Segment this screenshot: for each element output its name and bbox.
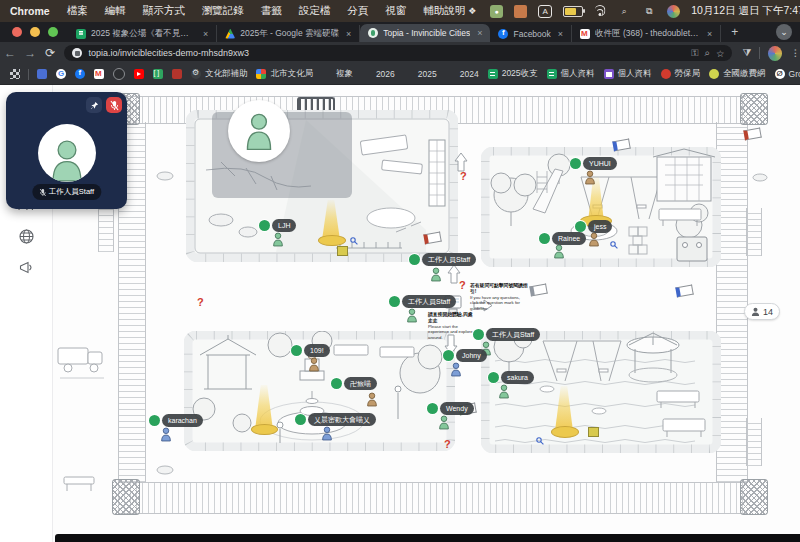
tab-overflow-button[interactable]: ⌄ [776, 24, 792, 40]
menu-clock[interactable]: 10月12日 週日 下午7:47 [691, 4, 800, 18]
tab-0[interactable]: 2025 複象公場《看不見的城市× [68, 25, 217, 42]
player-工作人員Staff[interactable]: 工作人員Staff [409, 253, 476, 266]
chrome-menu-icon[interactable]: ⋯ [790, 48, 800, 58]
extensions-icon[interactable]: ⧩ [742, 47, 751, 59]
tab-2[interactable]: Topia - Invincible Cities× [360, 24, 490, 42]
question-mark-sprite[interactable]: ? [460, 170, 467, 182]
dropbox-icon[interactable]: ❖ [465, 5, 479, 17]
address-bar[interactable]: topia.io/inviciblecities-demo-mhsdn9xw3 … [64, 45, 732, 61]
tab-close-icon[interactable]: × [344, 29, 353, 39]
player-Wendy[interactable]: Wendy [427, 402, 474, 415]
input-a-icon[interactable]: A [538, 5, 552, 18]
minimize-window-button[interactable] [30, 27, 40, 37]
player-卍旅喵[interactable]: 卍旅喵 [331, 377, 377, 390]
menu-7[interactable]: 分頁 [347, 4, 368, 18]
tab-close-icon[interactable]: × [705, 29, 714, 39]
bookmark-icon-3[interactable] [94, 69, 104, 79]
bookmark-icon-7[interactable] [172, 69, 182, 79]
wifi-icon[interactable] [594, 6, 606, 16]
tab-3[interactable]: Facebook× [490, 25, 572, 42]
menu-4[interactable]: 瀏覽記錄 [202, 4, 244, 18]
menu-8[interactable]: 視窗 [385, 4, 406, 18]
site-info-icon[interactable] [72, 48, 82, 58]
player-工作人員Staff[interactable]: 工作人員Staff [473, 328, 540, 341]
user-profile-icon[interactable] [667, 5, 680, 18]
bookmark-2026[interactable]: 2026 [362, 69, 395, 79]
park-bottom-right[interactable] [481, 331, 721, 453]
bookmark-icon-5[interactable] [134, 69, 144, 79]
bookmark-2025收支[interactable]: 2025收支 [488, 68, 538, 80]
menu-5[interactable]: 書籤 [261, 4, 282, 18]
question-mark-sprite[interactable]: ? [459, 279, 466, 291]
bookmark-star-icon[interactable]: ☆ [716, 48, 725, 59]
bookmark-icon-4[interactable] [113, 68, 125, 80]
new-tab-button[interactable]: + [731, 25, 738, 39]
bookmark-icon-6[interactable] [153, 69, 163, 79]
notes-icon[interactable] [514, 5, 527, 18]
magnifier-sprite[interactable] [536, 431, 543, 438]
fullscreen-window-button[interactable] [48, 27, 58, 37]
tab-close-icon[interactable]: × [475, 28, 484, 38]
back-icon[interactable]: ← [0, 46, 20, 60]
player-109![interactable]: 109! [291, 344, 330, 357]
forward-icon[interactable]: → [20, 46, 40, 60]
player-karachan[interactable]: karachan [149, 414, 203, 427]
question-mark-sprite[interactable]: ? [444, 438, 451, 450]
menu-3[interactable]: 顯示方式 [143, 4, 185, 18]
question-mark-sprite[interactable]: ? [197, 296, 204, 308]
crate-sprite[interactable] [337, 246, 348, 256]
crate-sprite[interactable] [588, 427, 599, 437]
tab-close-icon[interactable]: × [556, 29, 565, 39]
bookmark-icon-1[interactable] [56, 69, 66, 79]
presence-counter[interactable]: 14 [744, 303, 780, 320]
video-preview-card[interactable]: 工作人員Staff [6, 92, 127, 209]
sidebar-broadcast-button[interactable] [9, 254, 43, 280]
chrome-profile-avatar[interactable] [768, 46, 782, 61]
bookmark-勞保局[interactable]: 勞保局 [661, 68, 701, 80]
book-sprite[interactable] [529, 284, 547, 297]
search-icon[interactable]: ⌕ [617, 5, 631, 17]
book-sprite[interactable] [675, 285, 693, 298]
bookmark-個人資料[interactable]: 個人資料 [604, 68, 652, 80]
bookmark-全國繳費網[interactable]: 全國繳費網 [709, 68, 766, 80]
battery-icon[interactable] [563, 6, 583, 17]
bookmark-2024[interactable]: 2024 [446, 69, 479, 79]
bookmark-北市文化局[interactable]: 北市文化局 [256, 68, 313, 80]
player-Johny[interactable]: Johny [443, 349, 487, 362]
menu-9[interactable]: 輔助說明 [423, 4, 465, 18]
menu-1[interactable]: 檔案 [67, 4, 88, 18]
line-icon[interactable]: ● [490, 5, 503, 18]
menu-apple-chrome[interactable]: Chrome [10, 5, 50, 17]
player-YUHUI[interactable]: YUHUI [570, 157, 617, 170]
apps-grid-icon[interactable] [10, 69, 20, 79]
bookmark-icon-2[interactable] [75, 69, 85, 79]
menu-2[interactable]: 編輯 [105, 4, 126, 18]
player-Rainee[interactable]: Rainee [539, 232, 586, 245]
bookmark-2025[interactable]: 2025 [404, 69, 437, 79]
bookmark-Grok[interactable]: Grok [775, 69, 800, 79]
close-window-button[interactable] [12, 27, 22, 37]
sidebar-world-button[interactable] [9, 223, 43, 249]
book-sprite[interactable] [743, 128, 761, 141]
bookmark-個人資料[interactable]: 個人資料 [547, 68, 595, 80]
menu-6[interactable]: 設定檔 [299, 4, 331, 18]
pin-icon[interactable] [86, 97, 102, 113]
url-text[interactable]: topia.io/inviciblecities-demo-mhsdn9xw3 [88, 48, 685, 58]
bookmark-文化部補助[interactable]: 文化部補助 [191, 68, 248, 80]
tab-close-icon[interactable]: × [201, 29, 210, 39]
zoom-lens-icon[interactable]: ⌕ [705, 47, 710, 59]
reload-icon[interactable]: ⟳ [40, 46, 60, 60]
player-sakura[interactable]: sakura [488, 371, 534, 384]
control-center-icon[interactable]: ⧉ [642, 5, 656, 17]
tab-1[interactable]: 2025年 - Google 雲端硬碟× [217, 25, 360, 42]
magnifier-sprite[interactable] [350, 231, 357, 238]
player-工作人員Staff[interactable]: 工作人員Staff [389, 295, 456, 308]
player-LJH[interactable]: LJH [259, 219, 296, 232]
bookmark-icon-0[interactable] [37, 69, 47, 79]
mic-muted-icon[interactable] [106, 97, 122, 113]
world-map[interactable]: 若有疑問可點擊問號閱讀指引! If you have any questions… [52, 85, 800, 542]
magnifier-sprite[interactable] [610, 235, 617, 242]
password-key-icon[interactable]: ⚿ [691, 47, 698, 59]
tab-4[interactable]: 收件匣 (368) - thedoublethea× [572, 25, 721, 42]
bookmark-複象[interactable]: 複象 [322, 68, 353, 80]
